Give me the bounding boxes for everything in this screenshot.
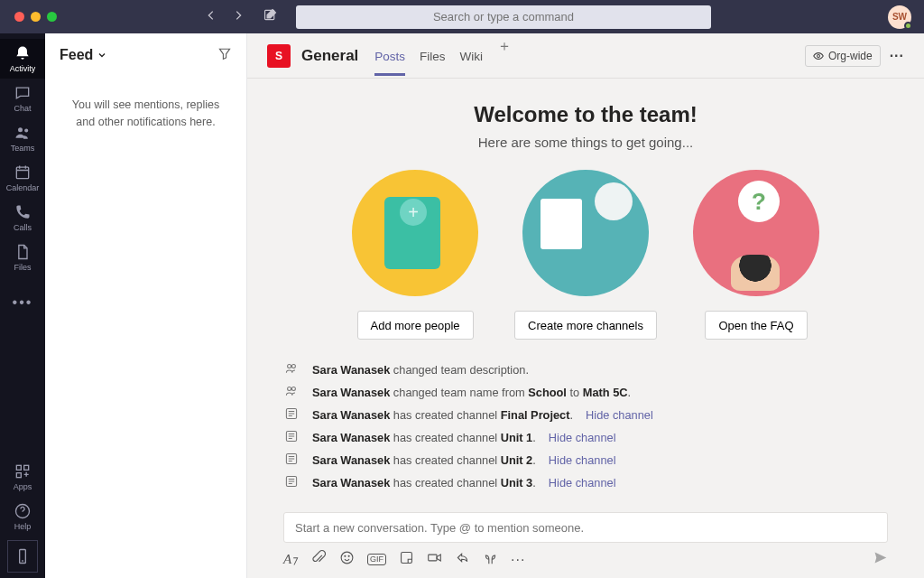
window-controls[interactable] (14, 12, 57, 22)
rail-apps[interactable]: Apps (0, 457, 45, 497)
svg-rect-3 (16, 167, 28, 179)
svg-rect-21 (402, 553, 412, 564)
org-wide-pill[interactable]: Org-wide (805, 45, 881, 67)
hide-channel-link[interactable]: Hide channel (549, 476, 616, 489)
svg-point-18 (341, 552, 353, 564)
nav-forward-icon[interactable] (228, 5, 248, 29)
zoom-dot[interactable] (47, 12, 57, 22)
rail-files[interactable]: Files (0, 238, 45, 277)
welcome-sub: Here are some things to get going... (283, 135, 888, 150)
tab-files[interactable]: Files (420, 37, 446, 75)
illustration-people (352, 170, 478, 296)
praise-icon[interactable] (483, 550, 498, 569)
svg-rect-6 (16, 473, 21, 478)
close-dot[interactable] (14, 12, 24, 22)
add-people-button[interactable]: Add more people (357, 311, 474, 340)
meet-now-icon[interactable] (427, 550, 442, 569)
rail-teams[interactable]: Teams (0, 118, 45, 158)
event-row: Sara Wanasek has created channel Unit 3.… (283, 474, 888, 491)
welcome-heading: Welcome to the team! (283, 102, 888, 127)
tab-wiki[interactable]: Wiki (460, 37, 484, 75)
svg-point-11 (291, 365, 295, 368)
feed-panel: Feed You will see mentions, replies and … (45, 33, 247, 578)
welcome-block: Welcome to the team! Here are some thing… (283, 102, 888, 150)
attach-icon[interactable] (311, 550, 327, 569)
rail-calendar[interactable]: Calendar (0, 158, 45, 198)
card-create-channels: Create more channels (514, 170, 657, 340)
svg-point-20 (348, 555, 349, 556)
svg-point-2 (24, 129, 28, 133)
chevron-down-icon (97, 50, 107, 61)
nav-back-icon[interactable] (201, 5, 221, 29)
main-area: S General Posts Files Wiki ＋ Org-wide ··… (247, 33, 924, 578)
illustration-channels (522, 170, 649, 296)
stream-icon[interactable] (455, 550, 470, 569)
rail-more-icon[interactable]: ••• (13, 288, 33, 317)
event-row: Sara Wanasek changed team name from Scho… (283, 384, 888, 401)
svg-point-12 (288, 387, 291, 391)
send-icon[interactable] (873, 550, 888, 569)
svg-point-13 (291, 387, 295, 391)
team-icon (283, 384, 300, 401)
svg-point-1 (18, 127, 23, 132)
open-faq-button[interactable]: Open the FAQ (705, 311, 807, 340)
event-row: Sara Wanasek has created channel Unit 2.… (283, 452, 888, 469)
sticker-icon[interactable] (399, 550, 414, 569)
channel-avatar: S (267, 44, 291, 68)
svg-point-10 (288, 365, 291, 368)
team-icon (283, 361, 300, 378)
rail-help[interactable]: Help (0, 497, 45, 536)
app-rail: Activity Chat Teams Calendar Calls Files… (0, 33, 45, 578)
event-row: Sara Wanasek changed team description. (283, 361, 888, 378)
format-icon[interactable]: A⁊ (283, 552, 299, 567)
channel-icon (283, 474, 300, 491)
avatar[interactable]: SW (888, 5, 911, 29)
rail-activity[interactable]: Activity (0, 39, 45, 79)
create-channels-button[interactable]: Create more channels (514, 311, 657, 340)
rail-mobile-icon[interactable] (7, 540, 38, 573)
feed-empty-text: You will see mentions, replies and other… (60, 97, 232, 131)
avatar-initials: SW (892, 12, 907, 22)
tab-posts[interactable]: Posts (374, 37, 405, 75)
channel-header: S General Posts Files Wiki ＋ Org-wide ··… (247, 33, 924, 79)
filter-icon[interactable] (217, 46, 232, 64)
composer-input[interactable] (295, 521, 876, 535)
svg-rect-5 (24, 465, 29, 470)
event-row: Sara Wanasek has created channel Final P… (283, 406, 888, 424)
svg-rect-4 (16, 465, 21, 470)
feed-title[interactable]: Feed (60, 47, 107, 63)
add-tab-icon[interactable]: ＋ (497, 37, 512, 75)
title-bar: SW (0, 0, 924, 33)
event-row: Sara Wanasek has created channel Unit 1.… (283, 429, 888, 446)
composer-more-icon[interactable]: ··· (511, 552, 525, 568)
giphy-icon[interactable]: GIF (367, 554, 386, 565)
channel-icon (283, 406, 300, 424)
svg-point-19 (345, 555, 346, 556)
rail-chat[interactable]: Chat (0, 79, 45, 118)
rail-calls[interactable]: Calls (0, 198, 45, 238)
channel-name: General (301, 47, 358, 65)
emoji-icon[interactable] (339, 550, 355, 569)
search-box[interactable] (296, 5, 711, 29)
illustration-faq (693, 170, 819, 296)
card-faq: Open the FAQ (693, 170, 819, 340)
compose-icon[interactable] (263, 7, 278, 26)
channel-icon (283, 452, 300, 469)
svg-rect-22 (429, 555, 437, 561)
composer-box[interactable] (283, 512, 888, 543)
system-events: Sara Wanasek changed team description.Sa… (283, 361, 888, 507)
svg-point-9 (817, 54, 819, 57)
presence-dot (904, 22, 912, 30)
composer: A⁊ GIF ··· (283, 512, 888, 569)
card-add-people: Add more people (352, 170, 478, 340)
hide-channel-link[interactable]: Hide channel (549, 431, 616, 444)
channel-more-icon[interactable]: ··· (890, 48, 904, 64)
eye-icon (813, 51, 824, 61)
channel-icon (283, 429, 300, 446)
hide-channel-link[interactable]: Hide channel (586, 408, 653, 422)
minimize-dot[interactable] (31, 12, 41, 22)
search-input[interactable] (296, 10, 711, 23)
hide-channel-link[interactable]: Hide channel (549, 453, 616, 467)
